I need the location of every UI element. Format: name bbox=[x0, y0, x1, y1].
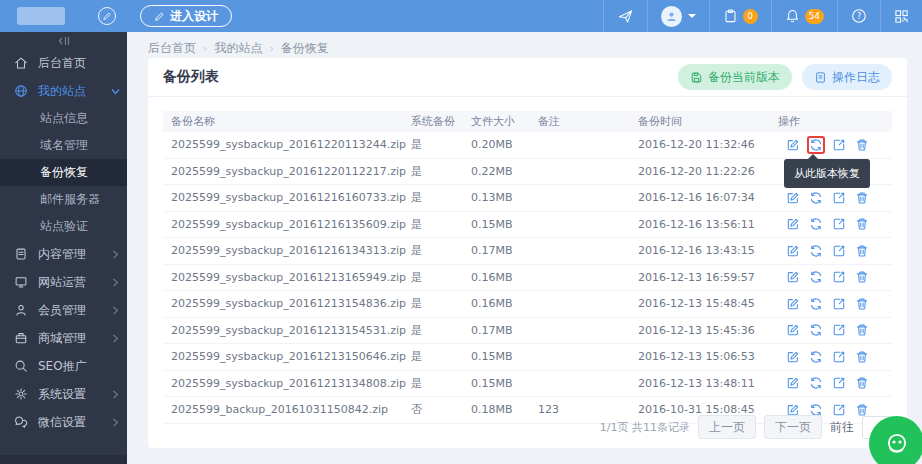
sidebar-item-home[interactable]: 后台首页 bbox=[0, 49, 127, 77]
qr-code-button[interactable] bbox=[881, 0, 922, 32]
edit-backup-button[interactable] bbox=[786, 270, 800, 284]
cell-operations: 从此版本恢复 bbox=[778, 138, 892, 152]
wechat-icon bbox=[14, 415, 28, 429]
cell-backup-time: 2016-12-13 15:06:53 bbox=[638, 350, 778, 363]
globe-icon bbox=[14, 84, 28, 98]
cell-backup-name: 2025599_sysbackup_20161213165949.zip bbox=[163, 271, 411, 284]
edit-backup-button[interactable] bbox=[786, 244, 800, 258]
export-backup-button[interactable] bbox=[832, 244, 846, 258]
sidebar-item-content[interactable]: 内容管理 bbox=[0, 240, 127, 268]
delete-backup-button[interactable] bbox=[855, 350, 869, 364]
cell-backup-name: 2025599_sysbackup_20161220113244.zip bbox=[163, 138, 411, 151]
edit-pencil-icon[interactable] bbox=[98, 7, 116, 25]
edit-backup-button[interactable] bbox=[786, 217, 800, 231]
export-backup-button[interactable] bbox=[832, 191, 846, 205]
restore-backup-button[interactable] bbox=[809, 270, 823, 284]
customer-service-button[interactable] bbox=[869, 416, 922, 464]
breadcrumb-item-my-site[interactable]: 我的站点 bbox=[214, 40, 262, 57]
card-title: 备份列表 bbox=[163, 68, 219, 86]
delete-backup-button[interactable] bbox=[855, 376, 869, 390]
export-backup-button[interactable] bbox=[832, 297, 846, 311]
delete-backup-button[interactable] bbox=[855, 323, 869, 337]
operation-log-button[interactable]: 操作日志 bbox=[802, 64, 892, 90]
cell-backup-time: 2016-12-13 15:48:45 bbox=[638, 297, 778, 310]
restore-backup-button[interactable] bbox=[809, 297, 823, 311]
cell-system-backup: 是 bbox=[411, 270, 471, 285]
restore-backup-button[interactable] bbox=[809, 244, 823, 258]
send-button[interactable] bbox=[604, 0, 647, 32]
sidebar-item-verify[interactable]: 站点验证 bbox=[0, 213, 127, 240]
delete-backup-button[interactable] bbox=[855, 191, 869, 205]
cell-backup-name: 2025599_sysbackup_20161213150646.zip bbox=[163, 350, 411, 363]
cell-backup-name: 2025599_sysbackup_20161216160733.zip bbox=[163, 191, 411, 204]
cell-file-size: 0.15MB bbox=[471, 377, 538, 390]
sidebar-item-domain[interactable]: 域名管理 bbox=[0, 132, 127, 159]
enter-design-button[interactable]: 进入设计 bbox=[140, 5, 232, 27]
sidebar-item-backup[interactable]: 备份恢复 bbox=[0, 159, 127, 186]
restore-backup-button[interactable] bbox=[809, 350, 823, 364]
export-backup-button[interactable] bbox=[832, 350, 846, 364]
edit-backup-button[interactable] bbox=[786, 297, 800, 311]
export-backup-button[interactable] bbox=[832, 217, 846, 231]
export-icon bbox=[832, 191, 846, 205]
sidebar-item-mail[interactable]: 邮件服务器 bbox=[0, 186, 127, 213]
restore-backup-button[interactable] bbox=[809, 138, 823, 152]
cell-file-size: 0.17MB bbox=[471, 244, 538, 257]
sidebar-item-wechat[interactable]: 微信设置 bbox=[0, 408, 127, 436]
export-icon bbox=[832, 217, 846, 231]
table-row: 2025599_sysbackup_20161213154531.zip是0.1… bbox=[163, 318, 892, 345]
collapse-sidebar-icon[interactable] bbox=[0, 32, 127, 49]
restore-backup-button[interactable] bbox=[809, 191, 823, 205]
delete-backup-button[interactable] bbox=[855, 270, 869, 284]
export-backup-button[interactable] bbox=[832, 138, 846, 152]
cell-backup-time: 2016-12-16 13:43:15 bbox=[638, 244, 778, 257]
cell-backup-name: 2025599_sysbackup_20161213154531.zip bbox=[163, 324, 411, 337]
sidebar-item-seo[interactable]: SEO推广 bbox=[0, 352, 127, 380]
sidebar-item-member[interactable]: 会员管理 bbox=[0, 296, 127, 324]
edit-backup-button[interactable] bbox=[786, 323, 800, 337]
user-menu[interactable] bbox=[648, 0, 709, 32]
edit-backup-button[interactable] bbox=[786, 191, 800, 205]
delete-backup-button[interactable] bbox=[855, 138, 869, 152]
cell-system-backup: 否 bbox=[411, 402, 471, 417]
cell-file-size: 0.22MB bbox=[471, 165, 538, 178]
sidebar-item-system[interactable]: 系统设置 bbox=[0, 380, 127, 408]
sidebar-item-site-info[interactable]: 站点信息 bbox=[0, 105, 127, 132]
cell-system-backup: 是 bbox=[411, 137, 471, 152]
logo bbox=[17, 7, 65, 25]
edit-icon bbox=[786, 191, 800, 205]
notifications-button[interactable]: 54 bbox=[772, 0, 837, 32]
tasks-button[interactable]: 0 bbox=[710, 0, 771, 32]
delete-backup-button[interactable] bbox=[855, 244, 869, 258]
sidebar-item-label: 站点信息 bbox=[40, 110, 88, 127]
cell-backup-name: 2025599_sysbackup_20161213154836.zip bbox=[163, 297, 411, 310]
sidebar-item-label: 备份恢复 bbox=[40, 164, 88, 181]
sidebar-item-label: 域名管理 bbox=[40, 137, 88, 154]
sidebar: 后台首页我的站点站点信息域名管理备份恢复邮件服务器站点验证内容管理网站运营会员管… bbox=[0, 32, 127, 464]
restore-backup-button[interactable] bbox=[809, 376, 823, 390]
restore-backup-button[interactable] bbox=[809, 323, 823, 337]
delete-backup-button[interactable] bbox=[855, 217, 869, 231]
help-button[interactable]: ? bbox=[838, 0, 880, 32]
breadcrumb-item-home[interactable]: 后台首页 bbox=[148, 40, 196, 57]
sidebar-item-my-site[interactable]: 我的站点 bbox=[0, 77, 127, 105]
edit-backup-button[interactable] bbox=[786, 376, 800, 390]
cell-backup-time: 2016-12-13 16:59:57 bbox=[638, 271, 778, 284]
next-page-button[interactable]: 下一页 bbox=[764, 415, 822, 439]
delete-backup-button[interactable] bbox=[855, 297, 869, 311]
export-backup-button[interactable] bbox=[832, 376, 846, 390]
sidebar-item-mall[interactable]: 商城管理 bbox=[0, 324, 127, 352]
cell-system-backup: 是 bbox=[411, 243, 471, 258]
backup-current-button[interactable]: 备份当前版本 bbox=[678, 64, 792, 90]
cell-file-size: 0.15MB bbox=[471, 350, 538, 363]
export-backup-button[interactable] bbox=[832, 270, 846, 284]
sidebar-item-operation[interactable]: 网站运营 bbox=[0, 268, 127, 296]
paper-plane-icon bbox=[617, 9, 634, 24]
log-document-icon bbox=[814, 71, 827, 84]
export-backup-button[interactable] bbox=[832, 323, 846, 337]
edit-backup-button[interactable] bbox=[786, 350, 800, 364]
edit-backup-button[interactable] bbox=[786, 138, 800, 152]
restore-backup-button[interactable] bbox=[809, 217, 823, 231]
export-icon bbox=[832, 297, 846, 311]
prev-page-button[interactable]: 上一页 bbox=[698, 415, 756, 439]
